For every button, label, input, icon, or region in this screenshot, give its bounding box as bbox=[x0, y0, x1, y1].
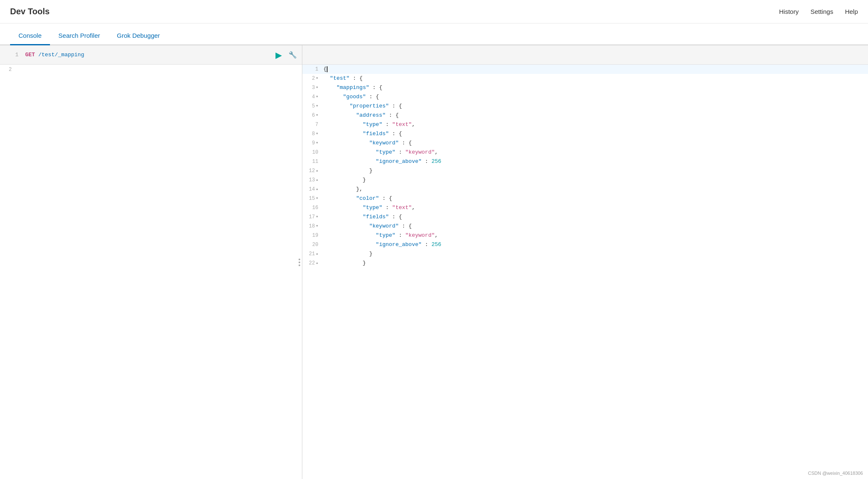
fold-arrow-22[interactable]: ▴ bbox=[316, 259, 318, 268]
fold-arrow-21[interactable]: ▴ bbox=[316, 249, 318, 259]
out-content-2: "test" : { bbox=[323, 74, 868, 83]
editor-line-1[interactable]: GET /test/_mapping bbox=[25, 52, 272, 58]
out-linenum-18: 18 ▾ bbox=[302, 222, 323, 231]
output-line-20: 20 "ignore_above" : 256 bbox=[302, 240, 868, 249]
output-line-15: 15 ▾ "color" : { bbox=[302, 194, 868, 203]
help-link[interactable]: Help bbox=[845, 8, 858, 15]
output-line-12: 12 ▴ } bbox=[302, 166, 868, 175]
header-nav: History Settings Help bbox=[779, 8, 858, 15]
out-content-17: "fields" : { bbox=[323, 212, 868, 222]
output-line-13: 13 ▴ } bbox=[302, 175, 868, 185]
output-line-9: 9 ▾ "keyword" : { bbox=[302, 139, 868, 148]
method-label: GET bbox=[25, 52, 35, 58]
fold-arrow-13[interactable]: ▴ bbox=[316, 175, 318, 185]
out-linenum-20: 20 bbox=[302, 240, 323, 249]
out-content-12: } bbox=[323, 166, 868, 175]
out-content-22: } bbox=[323, 259, 868, 268]
out-content-4: "goods" : { bbox=[323, 92, 868, 102]
left-panel: 1 GET /test/_mapping ▶ 🔧 2 bbox=[0, 45, 302, 479]
out-linenum-15: 15 ▾ bbox=[302, 194, 323, 203]
fold-arrow-12[interactable]: ▴ bbox=[316, 166, 318, 175]
out-content-3: "mappings" : { bbox=[323, 83, 868, 92]
output-line-4: 4 ▾ "goods" : { bbox=[302, 92, 868, 102]
settings-link[interactable]: Settings bbox=[810, 8, 833, 15]
out-linenum-9: 9 ▾ bbox=[302, 139, 323, 148]
out-content-16: "type" : "text", bbox=[323, 203, 868, 212]
out-linenum-12: 12 ▴ bbox=[302, 166, 323, 175]
history-link[interactable]: History bbox=[779, 8, 799, 15]
line-num-2: 2 bbox=[0, 65, 17, 74]
fold-arrow-17[interactable]: ▾ bbox=[316, 212, 318, 222]
output-line-14: 14 ▴ }, bbox=[302, 185, 868, 194]
out-linenum-5: 5 ▾ bbox=[302, 102, 323, 111]
out-linenum-21: 21 ▴ bbox=[302, 249, 323, 259]
output-line-7: 7 "type" : "text", bbox=[302, 120, 868, 129]
out-linenum-19: 19 bbox=[302, 231, 323, 240]
output-line-3: 3 ▾ "mappings" : { bbox=[302, 83, 868, 92]
output-line-16: 16 "type" : "text", bbox=[302, 203, 868, 212]
output-line-6: 6 ▾ "address" : { bbox=[302, 111, 868, 120]
output-line-1: 1 { bbox=[302, 65, 868, 74]
fold-arrow-5[interactable]: ▾ bbox=[316, 102, 318, 111]
output-line-18: 18 ▾ "keyword" : { bbox=[302, 222, 868, 231]
out-content-14: }, bbox=[323, 185, 868, 194]
drag-dot-1 bbox=[299, 259, 300, 260]
editor-toolbar: 1 GET /test/_mapping ▶ 🔧 bbox=[0, 45, 302, 65]
out-linenum-2: 2 ▾ bbox=[302, 74, 323, 83]
out-linenum-11: 11 bbox=[302, 157, 323, 166]
out-linenum-22: 22 ▴ bbox=[302, 259, 323, 268]
tab-console[interactable]: Console bbox=[10, 27, 50, 45]
play-icon: ▶ bbox=[275, 50, 282, 60]
out-content-6: "address" : { bbox=[323, 111, 868, 120]
output-line-22: 22 ▴ } bbox=[302, 259, 868, 268]
out-content-21: } bbox=[323, 249, 868, 259]
drag-divider[interactable] bbox=[297, 259, 302, 266]
out-content-7: "type" : "text", bbox=[323, 120, 868, 129]
wrench-icon[interactable]: 🔧 bbox=[288, 51, 297, 59]
drag-dot-3 bbox=[299, 264, 300, 266]
tab-search-profiler[interactable]: Search Profiler bbox=[50, 27, 108, 45]
fold-arrow-2[interactable]: ▾ bbox=[316, 74, 318, 83]
out-linenum-14: 14 ▴ bbox=[302, 185, 323, 194]
app-title: Dev Tools bbox=[10, 7, 50, 16]
output-line-5: 5 ▾ "properties" : { bbox=[302, 102, 868, 111]
output-lines: 1 { 2 ▾ "test" : { 3 ▾ "mappings" : { 4 … bbox=[302, 65, 868, 479]
out-content-8: "fields" : { bbox=[323, 129, 868, 139]
drag-dot-2 bbox=[299, 262, 300, 263]
out-linenum-4: 4 ▾ bbox=[302, 92, 323, 102]
out-content-11: "ignore_above" : 256 bbox=[323, 157, 868, 166]
out-content-19: "type" : "keyword", bbox=[323, 231, 868, 240]
right-panel: 1 { 2 ▾ "test" : { 3 ▾ "mappings" : { 4 … bbox=[302, 45, 868, 479]
fold-arrow-8[interactable]: ▾ bbox=[316, 129, 318, 139]
line-num-1: 1 bbox=[5, 52, 22, 58]
out-content-18: "keyword" : { bbox=[323, 222, 868, 231]
out-content-5: "properties" : { bbox=[323, 102, 868, 111]
output-line-2: 2 ▾ "test" : { bbox=[302, 74, 868, 83]
output-line-21: 21 ▴ } bbox=[302, 249, 868, 259]
out-content-20: "ignore_above" : 256 bbox=[323, 240, 868, 249]
fold-arrow-6[interactable]: ▾ bbox=[316, 111, 318, 120]
out-linenum-1: 1 bbox=[302, 65, 323, 74]
out-linenum-7: 7 bbox=[302, 120, 323, 129]
fold-arrow-4[interactable]: ▾ bbox=[316, 92, 318, 102]
fold-arrow-15[interactable]: ▾ bbox=[316, 194, 318, 203]
fold-arrow-18[interactable]: ▾ bbox=[316, 222, 318, 231]
fold-arrow-14[interactable]: ▴ bbox=[316, 185, 318, 194]
tab-bar: Console Search Profiler Grok Debugger bbox=[0, 24, 868, 45]
output-line-17: 17 ▾ "fields" : { bbox=[302, 212, 868, 222]
out-content-10: "type" : "keyword", bbox=[323, 148, 868, 157]
out-linenum-3: 3 ▾ bbox=[302, 83, 323, 92]
run-button[interactable]: ▶ bbox=[275, 50, 282, 60]
output-line-11: 11 "ignore_above" : 256 bbox=[302, 157, 868, 166]
editor-area: 1 GET /test/_mapping ▶ 🔧 2 bbox=[0, 45, 868, 479]
output-toolbar bbox=[302, 45, 868, 65]
fold-arrow-9[interactable]: ▾ bbox=[316, 139, 318, 148]
out-content-15: "color" : { bbox=[323, 194, 868, 203]
tab-grok-debugger[interactable]: Grok Debugger bbox=[108, 27, 168, 45]
editor-code-lines[interactable]: 2 bbox=[0, 65, 302, 479]
watermark: CSDN @weixin_40618306 bbox=[808, 471, 863, 476]
out-linenum-16: 16 bbox=[302, 203, 323, 212]
top-header: Dev Tools History Settings Help bbox=[0, 0, 868, 24]
fold-arrow-3[interactable]: ▾ bbox=[316, 83, 318, 92]
out-linenum-6: 6 ▾ bbox=[302, 111, 323, 120]
